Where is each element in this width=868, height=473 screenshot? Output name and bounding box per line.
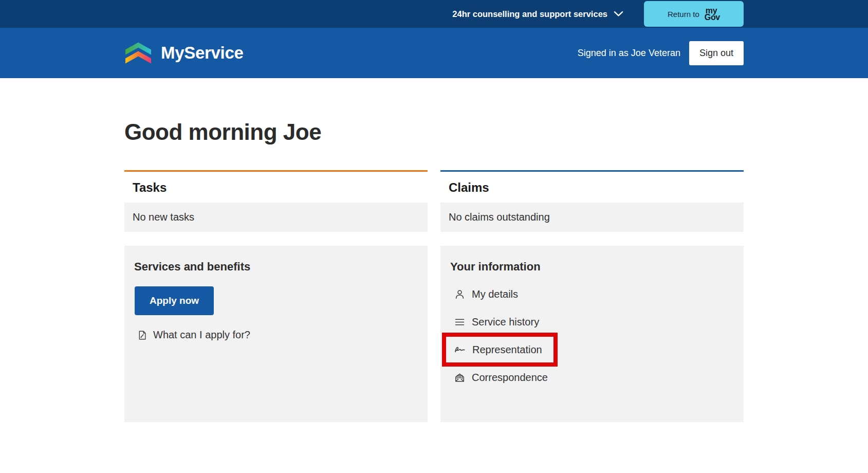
site-header: MyService Signed in as Joe Veteran Sign … [0, 28, 868, 78]
your-information-list: My details Service history [450, 280, 734, 391]
representation-link[interactable]: Representation [450, 336, 568, 363]
claims-card: Claims No claims outstanding [440, 170, 744, 232]
my-details-label: My details [472, 288, 518, 300]
tasks-card-status: No new tasks [124, 203, 428, 232]
service-history-link[interactable]: Service history [450, 308, 568, 336]
person-icon [454, 289, 465, 300]
claims-card-title: Claims [449, 180, 735, 195]
return-to-mygov-button[interactable]: Return to my Gov [644, 1, 744, 27]
what-can-i-apply-for-link[interactable]: What can I apply for? [137, 329, 250, 341]
services-panel-title: Services and benefits [134, 260, 418, 274]
sign-out-button[interactable]: Sign out [689, 41, 744, 65]
myservice-home-link[interactable]: MyService [124, 41, 244, 65]
signed-in-text: Signed in as Joe Veteran [578, 48, 680, 59]
correspondence-link[interactable]: Correspondence [450, 363, 568, 391]
open-envelope-icon [454, 372, 465, 383]
support-services-label: 24hr counselling and support services [452, 9, 607, 19]
representation-label: Representation [472, 344, 542, 356]
signature-icon [454, 344, 466, 355]
support-services-dropdown[interactable]: 24hr counselling and support services [452, 9, 623, 19]
apply-now-button[interactable]: Apply now [135, 286, 214, 315]
main-content: Good morning Joe Tasks No new tasks Clai… [124, 119, 744, 422]
correspondence-label: Correspondence [472, 372, 548, 384]
page-title: Good morning Joe [124, 119, 744, 145]
document-pen-icon [137, 330, 147, 340]
tasks-card-title: Tasks [133, 180, 419, 195]
your-information-panel: Your information My details [440, 246, 744, 422]
myservice-logo-icon [124, 41, 152, 65]
brand-name: MyService [161, 43, 244, 63]
utility-bar: 24hr counselling and support services Re… [0, 0, 868, 28]
service-history-label: Service history [472, 316, 539, 328]
claims-card-status: No claims outstanding [440, 203, 744, 232]
list-lines-icon [454, 317, 465, 328]
what-can-i-apply-for-label: What can I apply for? [153, 329, 250, 341]
info-panel-title: Your information [450, 260, 734, 274]
mygov-logo: my Gov [705, 7, 720, 21]
services-and-benefits-panel: Services and benefits Apply now What can… [124, 246, 428, 422]
tasks-card: Tasks No new tasks [124, 170, 428, 232]
my-details-link[interactable]: My details [450, 280, 568, 308]
chevron-down-icon [614, 11, 623, 17]
return-to-label: Return to [668, 10, 699, 19]
